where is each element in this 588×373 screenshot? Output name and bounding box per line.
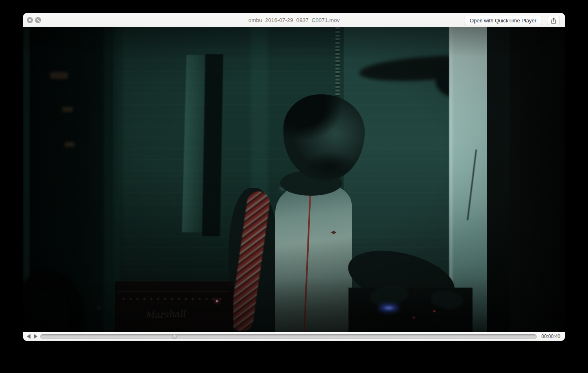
playback-controls: 00:00:40: [23, 332, 565, 341]
equipment-red-led: [413, 317, 415, 318]
marshall-amp: [115, 281, 233, 332]
equipment-blue-glow-core: [385, 306, 393, 310]
quicklook-window: ✕ ombu_2016-07-29_0937_C0071.mov Open wi…: [23, 13, 565, 341]
video-frame[interactable]: Marshall: [23, 27, 565, 332]
hanging-chain: [335, 27, 340, 97]
window-light: [62, 107, 73, 112]
playhead-diamond[interactable]: [172, 334, 177, 339]
right-silhouette: [510, 27, 565, 332]
window-light: [65, 142, 74, 147]
equipment-red-led: [433, 310, 436, 312]
open-door: [202, 54, 223, 236]
close-button[interactable]: ✕: [27, 17, 33, 23]
window-light: [50, 72, 68, 79]
titlebar: ✕ ombu_2016-07-29_0937_C0071.mov Open wi…: [23, 13, 565, 27]
volume-icon[interactable]: [27, 334, 30, 339]
window-light: [97, 306, 101, 310]
elapsed-time: 00:00:40: [541, 332, 560, 341]
amp-logo-text: Marshall: [145, 308, 218, 323]
share-button[interactable]: [547, 16, 560, 25]
close-icon: ✕: [28, 18, 31, 22]
open-with-quicktime-button[interactable]: Open with QuickTime Player: [464, 16, 542, 25]
amp-knob-row: [120, 294, 225, 304]
scrubber-track[interactable]: [40, 334, 537, 339]
amp-panel-edge: [118, 291, 228, 292]
no-entry-icon: [36, 18, 39, 22]
bright-projection-column: [449, 27, 488, 332]
fullscreen-disabled-button[interactable]: [35, 17, 41, 23]
play-icon[interactable]: [34, 334, 37, 339]
amp-red-led: [216, 300, 218, 302]
share-icon: [551, 17, 557, 24]
performer-jacket-front: [275, 183, 352, 332]
